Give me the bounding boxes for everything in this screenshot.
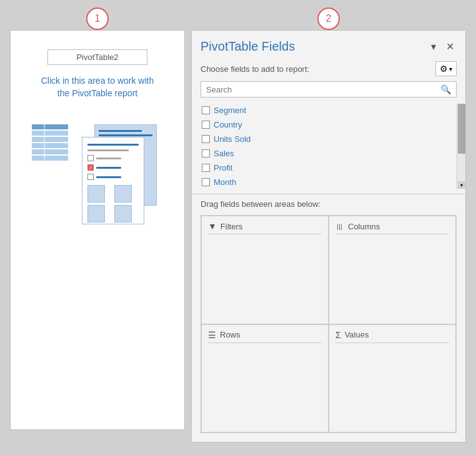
area-filters-label: Filters: [221, 222, 242, 231]
field-cb-month[interactable]: [202, 178, 210, 186]
step2-circle: 2: [317, 8, 340, 30]
area-filters-content: [208, 238, 322, 319]
panel-subtitle: Choose fields to add to report:: [201, 64, 309, 74]
area-values[interactable]: Σ Values: [329, 324, 456, 433]
step1-number: 1: [95, 13, 101, 24]
area-columns[interactable]: ⫼ Columns: [329, 216, 456, 324]
fields-area: Segment Country Units Sold Sales Profit: [192, 104, 465, 189]
field-item-month[interactable]: Month: [201, 176, 252, 189]
fields-divider: [192, 194, 465, 194]
pivot-illustration: ✓: [32, 124, 163, 237]
pivot-fields-panel: PivotTable Fields ▾ ✕ Choose fields to a…: [191, 30, 466, 442]
field-item-country[interactable]: Country: [201, 118, 252, 131]
area-columns-content: [335, 238, 449, 319]
areas-grid: ▼ Filters ⫼ Columns ☰: [201, 215, 457, 433]
area-values-header: Σ Values: [335, 330, 449, 343]
panel-dropdown-icon[interactable]: ▾: [429, 39, 439, 54]
field-label-units-sold: Units Sold: [214, 134, 250, 144]
search-box[interactable]: 🔍: [201, 81, 457, 98]
area-columns-header: ⫼ Columns: [335, 221, 449, 234]
field-item-segment[interactable]: Segment: [201, 104, 252, 117]
field-item-units-sold[interactable]: Units Sold: [201, 132, 252, 146]
field-label-country: Country: [214, 120, 242, 129]
values-icon: Σ: [335, 330, 341, 340]
field-label-month: Month: [214, 178, 236, 187]
step2-number: 2: [326, 13, 332, 24]
field-cb-segment[interactable]: [202, 106, 210, 114]
panel-close-icon[interactable]: ✕: [444, 39, 457, 54]
filter-icon: ▼: [208, 221, 217, 231]
area-values-label: Values: [345, 330, 369, 339]
field-label-profit: Profit: [214, 163, 232, 172]
area-columns-label: Columns: [348, 222, 380, 231]
illus-sq4: [114, 205, 132, 222]
columns-icon: ⫼: [335, 221, 344, 231]
svg-rect-2: [32, 137, 68, 142]
panel-title: PivotTable Fields: [201, 39, 295, 54]
search-icon: 🔍: [440, 84, 451, 94]
field-label-segment: Segment: [214, 106, 246, 115]
area-rows[interactable]: ☰ Rows: [201, 324, 329, 433]
svg-rect-0: [32, 124, 68, 129]
area-rows-content: [208, 347, 322, 428]
area-rows-label: Rows: [220, 330, 240, 339]
field-item-profit[interactable]: Profit: [201, 161, 252, 174]
area-filters-header: ▼ Filters: [208, 221, 322, 234]
doc-front: ✓: [82, 137, 144, 224]
gear-dropdown-icon: ▾: [449, 66, 452, 72]
illus-sq2: [114, 185, 132, 202]
panel-subheader: Choose fields to add to report: ⚙ ▾: [192, 59, 465, 81]
field-cb-sales[interactable]: [202, 149, 210, 158]
illus-cb3: [87, 174, 94, 180]
document-illustration: ✓: [76, 124, 163, 237]
svg-rect-3: [32, 143, 68, 148]
illus-cb1: [87, 155, 94, 161]
illus-sq1: [87, 185, 105, 202]
left-panel: PivotTable2 Click in this area to work w…: [10, 30, 185, 430]
gear-icon: ⚙: [440, 64, 448, 74]
scroll-down-btn[interactable]: ▾: [458, 181, 465, 189]
illus-cb2: ✓: [87, 164, 94, 171]
pivot-title: PivotTable2: [47, 49, 147, 65]
svg-rect-5: [32, 156, 68, 161]
panel-header: PivotTable Fields ▾ ✕: [192, 31, 465, 59]
search-input[interactable]: [206, 85, 440, 94]
pivot-click-text: Click in this area to work withthe Pivot…: [41, 75, 154, 99]
step1-circle: 1: [86, 8, 109, 30]
svg-rect-1: [32, 131, 68, 136]
header-icons: ▾ ✕: [429, 39, 457, 54]
field-label-sales: Sales: [214, 149, 234, 158]
area-values-content: [335, 347, 449, 428]
field-item-sales[interactable]: Sales: [201, 147, 252, 160]
fields-list: Segment Country Units Sold Sales Profit: [201, 104, 254, 189]
fields-scroll-thumb[interactable]: [458, 104, 465, 154]
drag-text: Drag fields between areas below:: [201, 199, 457, 209]
field-cb-country[interactable]: [202, 121, 210, 129]
area-filters[interactable]: ▼ Filters: [201, 216, 329, 324]
rows-icon: ☰: [208, 330, 216, 340]
illus-sq3: [87, 205, 105, 222]
field-cb-units-sold[interactable]: [202, 135, 210, 143]
fields-scrollbar[interactable]: ▾: [457, 104, 465, 189]
field-cb-profit[interactable]: [202, 164, 210, 172]
area-rows-header: ☰ Rows: [208, 330, 322, 343]
gear-button[interactable]: ⚙ ▾: [435, 61, 457, 76]
grid-icon: [32, 124, 69, 165]
svg-rect-4: [32, 149, 68, 154]
areas-section: Drag fields between areas below: ▼ Filte…: [192, 199, 465, 442]
